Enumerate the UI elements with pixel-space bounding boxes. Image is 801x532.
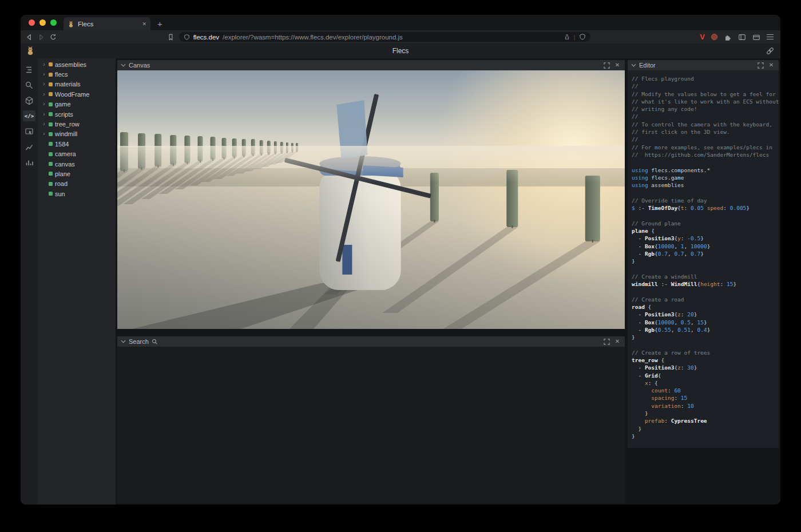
- code-icon[interactable]: </>: [23, 110, 35, 121]
- tab-strip: Flecs ✕ +: [21, 15, 780, 30]
- tab-close-icon[interactable]: ✕: [142, 21, 146, 27]
- editor-panel-title: Editor: [639, 62, 656, 69]
- chevron-down-icon[interactable]: [631, 63, 636, 68]
- forward-icon[interactable]: [37, 33, 45, 41]
- code-line: count: 60: [632, 387, 779, 394]
- new-tab-button[interactable]: +: [157, 19, 162, 28]
- code-line: tree_row {: [632, 356, 779, 364]
- tree-item-camera[interactable]: ›camera: [38, 149, 116, 159]
- tree-item-windmill[interactable]: ›windmill: [38, 129, 116, 139]
- code-line: $ :- TimeOfDay{t: 0.05 speed: 0.005}: [632, 204, 779, 212]
- tree-item-flecs[interactable]: ›flecs: [38, 69, 116, 79]
- url-bar-divider: |: [574, 34, 576, 41]
- panel-toggle-icon[interactable]: [738, 33, 746, 41]
- code-line: plane {: [632, 227, 779, 235]
- outliner-icon[interactable]: [23, 64, 35, 75]
- page-header: Flecs: [21, 43, 780, 58]
- tree-item-road[interactable]: ›road: [38, 179, 116, 189]
- tree-item-tree_row[interactable]: ›tree_row: [38, 119, 116, 129]
- code-line: road {: [632, 303, 779, 311]
- expand-arrow-icon[interactable]: ›: [42, 92, 46, 97]
- tree-item-game[interactable]: ›game: [38, 100, 116, 109]
- tab-title: Flecs: [78, 21, 138, 27]
- code-line: // Ground plane: [632, 220, 779, 227]
- code-line: - Position3{y: -0.5}: [632, 235, 779, 242]
- code-line: // For more examples, see examples/plecs…: [632, 144, 779, 151]
- reload-icon[interactable]: [49, 33, 57, 41]
- tree-item-scripts[interactable]: ›scripts: [38, 109, 116, 119]
- chevron-down-icon[interactable]: [121, 63, 126, 68]
- content-blocker-shield-icon[interactable]: [579, 33, 586, 41]
- code-line: }: [632, 257, 779, 265]
- tree-item-1584[interactable]: ›1584: [38, 139, 116, 149]
- code-line: using flecs.game: [632, 174, 779, 181]
- expand-icon[interactable]: [602, 339, 610, 345]
- tree-item-WoodFrame[interactable]: ›WoodFrame: [38, 89, 116, 99]
- wallet-icon[interactable]: [752, 33, 760, 41]
- canvas-panel-header: Canvas ✕: [117, 60, 625, 70]
- bookmark-icon[interactable]: [167, 33, 175, 41]
- url-bar[interactable]: flecs.dev /explorer/?wasm=https://www.fl…: [179, 32, 590, 42]
- zoom-window-button[interactable]: [50, 19, 57, 26]
- code-line: //: [632, 113, 779, 120]
- code-line: [632, 265, 779, 272]
- code-line: [632, 288, 779, 295]
- expand-arrow-icon[interactable]: ›: [42, 62, 46, 68]
- expand-arrow-icon[interactable]: ›: [42, 121, 46, 127]
- search-results-area[interactable]: [117, 347, 625, 503]
- blocker-badge-icon[interactable]: [711, 34, 717, 40]
- stats-icon[interactable]: [23, 157, 35, 168]
- expand-arrow-icon[interactable]: ›: [42, 101, 46, 107]
- tree-item-sun[interactable]: ›sun: [38, 189, 116, 198]
- close-icon[interactable]: ✕: [613, 339, 621, 344]
- minimize-window-button[interactable]: [39, 19, 46, 26]
- expand-arrow-icon[interactable]: ›: [42, 81, 46, 87]
- menu-icon[interactable]: [767, 34, 774, 40]
- expand-arrow-icon[interactable]: ›: [42, 131, 46, 137]
- back-icon[interactable]: [25, 33, 33, 41]
- site-info-icon[interactable]: [184, 34, 190, 41]
- chevron-down-icon[interactable]: [121, 339, 126, 344]
- url-path: /explorer/?wasm=https://www.flecs.dev/ex…: [223, 34, 560, 41]
- code-line: - Rgb{0.55, 0.51, 0.4}: [632, 326, 779, 334]
- entity-icon: [49, 132, 53, 136]
- share-link-icon[interactable]: [766, 47, 775, 55]
- expand-arrow-icon[interactable]: ›: [42, 72, 46, 77]
- expand-arrow-icon[interactable]: ›: [42, 112, 46, 117]
- flecs-logo-icon[interactable]: [26, 46, 35, 55]
- close-icon[interactable]: ✕: [613, 62, 621, 68]
- module-icon: [49, 73, 53, 77]
- vivaldi-brand-icon[interactable]: V: [700, 33, 705, 41]
- tree-item-plane[interactable]: ›plane: [38, 169, 116, 178]
- magnifier-icon: [152, 339, 158, 345]
- extensions-puzzle-icon[interactable]: [724, 33, 732, 41]
- tree-item-label: game: [55, 101, 71, 108]
- inspector-icon[interactable]: [23, 126, 35, 137]
- code-editor[interactable]: // Flecs playground//// Modify the value…: [628, 70, 779, 448]
- expand-icon[interactable]: [602, 62, 610, 69]
- code-line: }: [632, 334, 779, 341]
- expand-icon[interactable]: [756, 62, 764, 69]
- share-icon[interactable]: [564, 33, 570, 41]
- search-icon[interactable]: [23, 80, 35, 90]
- close-window-button[interactable]: [29, 19, 35, 26]
- canvas-panel-title: Canvas: [129, 62, 150, 69]
- canvas-3d-scene: [117, 70, 625, 329]
- code-line: variation: 10: [632, 402, 779, 410]
- tree-item-label: sun: [55, 190, 65, 197]
- tree-item-assemblies[interactable]: ›assemblies: [38, 59, 116, 69]
- chart-icon[interactable]: [23, 141, 35, 152]
- canvas-3d-view[interactable]: [117, 70, 625, 329]
- page-title: Flecs: [21, 43, 780, 58]
- entity-icon: [49, 162, 53, 166]
- tab-favicon: [68, 21, 74, 27]
- code-line: // Create a road: [632, 296, 779, 303]
- entities-cube-icon[interactable]: [23, 95, 35, 106]
- browser-window: Flecs ✕ +: [21, 15, 780, 505]
- editor-panel-header: Editor ✕: [628, 60, 779, 70]
- tree-item-canvas[interactable]: ›canvas: [38, 159, 116, 169]
- close-icon[interactable]: ✕: [767, 62, 775, 68]
- browser-tab[interactable]: Flecs ✕: [64, 17, 150, 30]
- code-line: spacing: 15: [632, 394, 779, 402]
- tree-item-materials[interactable]: ›materials: [38, 80, 116, 89]
